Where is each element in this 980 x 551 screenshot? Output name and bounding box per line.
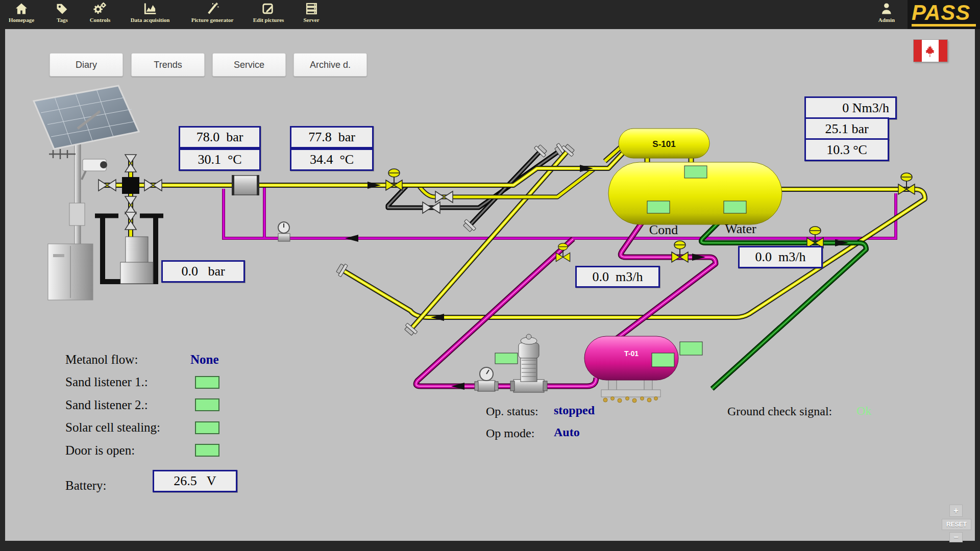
toolbar-item-homepage[interactable]: Homepage	[9, 2, 34, 23]
metanol-flow-value: None	[190, 353, 219, 367]
gears-icon	[93, 2, 107, 16]
toolbar-item-tags[interactable]: Tags	[55, 2, 69, 23]
op-status-label: Op. status:	[486, 405, 538, 418]
tab-diary[interactable]: Diary	[50, 53, 123, 77]
sand-listener1-indicator	[195, 376, 219, 389]
chart-icon	[143, 2, 157, 16]
magic-wand-icon	[205, 2, 219, 16]
zoom-in-button[interactable]: +	[949, 505, 963, 517]
canada-flag	[914, 40, 947, 62]
top-toolbar: Homepage Tags Controls Data acquisition …	[0, 0, 980, 29]
readout-gas-flow: 0 Nm3/h	[804, 96, 897, 119]
op-status-value: stopped	[554, 404, 595, 417]
pass-logo-panel: PASS	[908, 0, 980, 29]
solar-cell-indicator	[195, 421, 219, 434]
readout-battery-voltage: 26.5 V	[153, 470, 237, 492]
server-icon	[304, 2, 318, 16]
readout-cond-flow: 0.0 m3/h	[575, 266, 660, 288]
maple-leaf-icon	[924, 44, 937, 58]
pass-logo-underline	[912, 24, 976, 27]
toolbar-item-data-acquisition[interactable]: Data acquisition	[131, 2, 170, 23]
home-icon	[14, 2, 29, 16]
readout-separator-temp: 10.3 °C	[804, 138, 889, 161]
ground-check-label: Ground check signal:	[727, 405, 832, 418]
pass-logo: PASS	[912, 1, 970, 25]
tab-trends[interactable]: Trends	[131, 53, 205, 77]
readout-water-flow: 0.0 m3/h	[738, 246, 823, 268]
door-open-label: Door is open:	[65, 443, 135, 458]
readout-separator-pressure: 25.1 bar	[804, 117, 889, 140]
sand-listener2-indicator	[195, 398, 219, 411]
op-mode-label: Op mode:	[486, 427, 534, 440]
metanol-flow-label: Metanol flow:	[65, 353, 138, 367]
toolbar-item-server[interactable]: Server	[303, 2, 319, 23]
zoom-reset-button[interactable]: RESET	[942, 519, 971, 530]
readout-annulus-pressure: 0.0 bar	[161, 260, 245, 283]
readout-wellhead-pressure: 78.0 bar	[179, 126, 261, 148]
toolbar-item-picture-generator[interactable]: Picture generator	[191, 2, 234, 23]
readout-line-temp: 34.4 °C	[290, 148, 374, 171]
battery-label: Battery:	[65, 479, 107, 493]
solar-cell-label: Solar cell stealing:	[65, 420, 160, 435]
door-open-indicator	[195, 444, 219, 457]
op-mode-value: Auto	[554, 425, 580, 439]
toolbar-item-edit-pictures[interactable]: Edit pictures	[253, 2, 284, 23]
sand-listener2-label: Sand listener 2.:	[65, 398, 148, 412]
toolbar-item-controls[interactable]: Controls	[90, 2, 111, 23]
toolbar-item-admin[interactable]: Admin	[878, 2, 895, 23]
ground-check-value: Ok	[856, 404, 871, 418]
tab-archive[interactable]: Archive d.	[293, 53, 367, 77]
admin-user-icon	[879, 2, 894, 16]
zoom-out-button[interactable]: −	[949, 532, 963, 542]
scada-screen: S-101 Cond Water T-01	[0, 0, 980, 551]
readout-wellhead-temp: 30.1 °C	[179, 148, 261, 171]
sand-listener1-label: Sand listener 1.:	[65, 375, 148, 389]
tag-icon	[55, 2, 69, 16]
readout-line-pressure: 77.8 bar	[290, 126, 374, 148]
edit-icon	[261, 2, 276, 16]
tab-service[interactable]: Service	[212, 53, 286, 77]
